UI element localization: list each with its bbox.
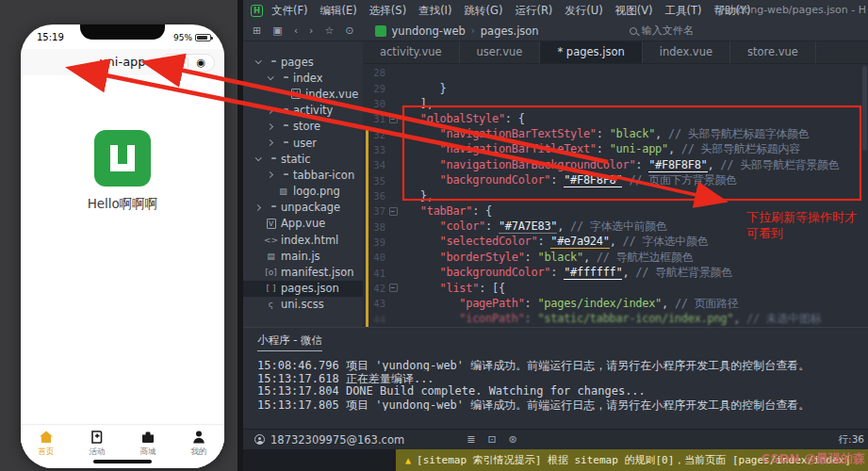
tree-item-logo.png[interactable]: ▨logo.png — [243, 184, 363, 200]
chevron-down-icon[interactable] — [254, 57, 261, 64]
chevron-down-icon[interactable] — [254, 154, 261, 161]
fold-toggle-icon[interactable]: − — [389, 115, 398, 123]
phone-tab-我的[interactable]: 我的 — [173, 425, 224, 462]
code-line-30[interactable]: 30 ], — [363, 96, 868, 111]
close-target-icon[interactable]: ◉ — [188, 55, 215, 72]
tree-item-pages[interactable]: pages — [243, 54, 363, 70]
chevron-right-icon[interactable] — [266, 171, 272, 178]
code-line-41[interactable]: 41 "backgroundColor": "#ffffff", // 导航栏背… — [363, 265, 868, 280]
run-icon[interactable]: ⊙ — [345, 24, 353, 37]
vue-file-icon: V — [288, 89, 303, 99]
tab-user.vue[interactable]: user.vue — [460, 41, 541, 63]
tree-item-user[interactable]: user — [243, 135, 363, 151]
code-text: "backgroundColor": "#ffffff", // 导航栏背景颜色 — [401, 265, 732, 281]
menu-item[interactable]: 编辑(E) — [320, 4, 357, 18]
list-icon[interactable]: ≣ — [467, 433, 475, 446]
code-line-38[interactable]: 38 "color": "#7A7E83", // 字体选中前颜色 — [363, 219, 868, 234]
activity-icon — [90, 430, 105, 445]
panel-icon[interactable]: ⊡ — [487, 433, 496, 446]
line-number: 44 — [363, 314, 385, 325]
home-indicator[interactable] — [93, 460, 152, 463]
code-line-33[interactable]: 33 "navigationBarTitleText": "uni-app", … — [363, 142, 868, 157]
menu-item[interactable]: 文件(F) — [271, 4, 308, 18]
menu-item[interactable]: 查找(I) — [418, 4, 451, 18]
menu-item[interactable]: 工具(T) — [665, 4, 702, 18]
menu-item[interactable]: 视图(V) — [615, 4, 653, 18]
star-icon[interactable]: ☆ — [324, 24, 334, 37]
menu-item[interactable]: 选择(S) — [369, 4, 406, 18]
phone-tab-首页[interactable]: 首页 — [21, 425, 72, 462]
code-line-34[interactable]: 34 "navigationBarBackgroundColor": "#F8F… — [363, 157, 868, 172]
code-line-40[interactable]: 40 "borderStyle": "black", // 导航栏边框颜色 — [363, 250, 868, 265]
menu-item[interactable]: 跳转(G) — [465, 4, 503, 18]
code-line-44[interactable]: 44 "iconPath": "static/tabbar-icon/index… — [363, 312, 868, 327]
code-line-43[interactable]: 43 "pagePath": "pages/index/index", // 页… — [363, 296, 868, 311]
wechat-capsule[interactable]: ••• ◉ — [160, 54, 215, 72]
fold-toggle-icon[interactable]: − — [389, 284, 398, 292]
tab-pages.json[interactable]: * pages.json — [540, 41, 642, 63]
tree-item-static[interactable]: static — [243, 151, 363, 167]
menu-item[interactable]: 运行(R) — [515, 4, 552, 18]
account-email[interactable]: 18732309975@163.com — [270, 433, 404, 447]
tree-item-unpackage[interactable]: unpackage — [243, 200, 363, 216]
sitemap-notification[interactable]: ▲ [sitemap 索引情况提示] 根据 sitemap 的规则[0]，当前页… — [396, 449, 868, 471]
tree-item-index.vue[interactable]: Vindex.vue — [243, 86, 363, 102]
chevron-right-icon[interactable] — [254, 204, 260, 211]
tree-item-pages.json[interactable]: [ ]pages.json — [243, 281, 363, 297]
code-line-29[interactable]: 29 } — [363, 80, 868, 95]
vue-file-icon: V — [264, 219, 278, 229]
breadcrumb-project[interactable]: yundong-web — [392, 24, 466, 38]
window-title: yundong-web/pages.json - H — [718, 0, 866, 21]
tab-activity.vue[interactable]: activity.vue — [363, 41, 460, 63]
code-line-32[interactable]: 32 "navigationBarTextStyle": "black", //… — [363, 126, 868, 141]
tab-index.vue[interactable]: index.vue — [643, 41, 730, 63]
code-line-28[interactable]: 28 — [363, 65, 868, 80]
code-line-35[interactable]: 35 "backgroundColor": "#F8F8F8" // 页面下方背… — [363, 172, 868, 187]
menu-bar: 文件(F)编辑(E)选择(S)查找(I)跳转(G)运行(R)发行(U)视图(V)… — [271, 4, 751, 18]
chevron-down-icon[interactable] — [267, 74, 273, 81]
file-search-input[interactable]: 输入文件名 — [630, 24, 694, 38]
new-file-icon[interactable]: ⊞ — [253, 24, 261, 37]
breadcrumb-file[interactable]: pages.json — [481, 24, 539, 38]
tree-item-App.vue[interactable]: VApp.vue — [243, 216, 363, 232]
chevron-slot — [265, 172, 274, 177]
code-line-36[interactable]: 36 }, — [363, 188, 868, 203]
console-tab-weixin[interactable]: 小程序 - 微信 — [257, 333, 322, 351]
code-text: }, — [401, 189, 434, 203]
code-text: ], — [401, 97, 434, 110]
menu-item[interactable]: 发行(U) — [565, 4, 602, 18]
tree-item-label: activity — [293, 104, 333, 117]
line-number: 35 — [363, 175, 385, 187]
phone-tab-活动[interactable]: 活动 — [72, 425, 123, 462]
code-editor[interactable]: 2829 }30 ],31− "globalStyle": {32 "navig… — [363, 64, 868, 327]
tree-item-uni.scss[interactable]: ςuni.scss — [243, 297, 363, 313]
tree-item-main.js[interactable]: ▤main.js — [243, 248, 363, 264]
globe-icon[interactable]: ⊛ — [509, 433, 517, 446]
chevron-right-icon[interactable] — [266, 107, 272, 114]
tree-item-activity[interactable]: activity — [243, 103, 363, 119]
line-number: 43 — [363, 298, 385, 309]
tree-item-index[interactable]: index — [243, 70, 363, 86]
forward-icon[interactable]: › — [309, 24, 313, 37]
account-menu[interactable]: 18732309975@163.com — [254, 433, 404, 447]
tab-store.vue[interactable]: store.vue — [730, 41, 816, 63]
phone-nav-bar: uni-app ••• ◉ — [21, 49, 224, 75]
more-menu-icon[interactable]: ••• — [161, 54, 188, 72]
tree-item-store[interactable]: store — [243, 119, 363, 135]
back-icon[interactable]: ‹ — [294, 24, 298, 37]
editor-scrollbar[interactable] — [862, 66, 867, 151]
code-line-42[interactable]: 42− "list": [{ — [363, 281, 868, 296]
code-line-31[interactable]: 31− "globalStyle": { — [363, 111, 868, 126]
breadcrumb[interactable]: yundong-web › pages.json — [375, 24, 539, 38]
code-line-39[interactable]: 39 "selectedColor": "#e7a924", // 字体选中颜色 — [363, 235, 868, 250]
save-icon[interactable]: ▣ — [272, 24, 282, 37]
tree-item-manifest.json[interactable]: [o]manifest.json — [243, 264, 363, 280]
code-line-37[interactable]: 37− "tabBar": { — [363, 203, 868, 219]
tree-item-index.html[interactable]: <>index.html — [243, 232, 363, 248]
tree-item-tabbar-icon[interactable]: tabbar-icon — [243, 167, 363, 183]
phone-tab-商城[interactable]: 商城 — [123, 425, 173, 462]
chevron-right-icon[interactable] — [266, 139, 272, 146]
fold-toggle-icon[interactable]: − — [389, 207, 398, 216]
scss-file-icon: ς — [264, 300, 278, 309]
chevron-right-icon[interactable] — [266, 123, 272, 130]
